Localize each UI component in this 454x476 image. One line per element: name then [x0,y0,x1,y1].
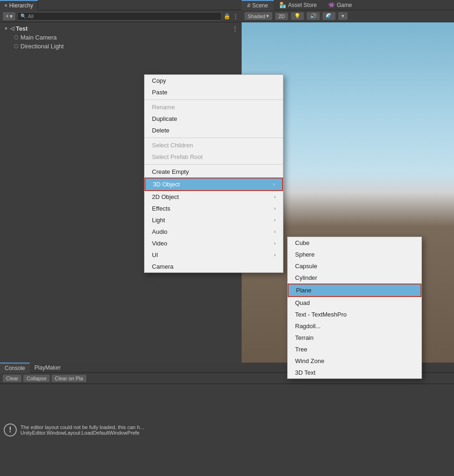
ctx-effects-label: Effects [152,205,171,212]
ctx-video-label: Video [152,240,167,247]
hierarchy-tab[interactable]: ≡ Hierarchy [0,0,38,10]
hierarchy-toolbar: + ▾ 🔍 All 🔒 ⋮ [0,10,242,22]
submenu-cylinder-label: Cylinder [295,274,317,281]
lock-icon[interactable]: 🔒 [224,13,230,20]
search-box[interactable]: 🔍 All [17,12,222,20]
submenu-3d-text[interactable]: 3D Text [288,367,421,378]
clear-button[interactable]: Clear [3,375,21,382]
ctx-ui[interactable]: UI › [145,249,283,261]
submenu-quad-label: Quad [295,299,310,306]
effects-toggle-button[interactable]: 🌊 [322,12,336,20]
shade-mode-dropdown[interactable]: Shaded ▾ [244,12,272,20]
game-icon: 👾 [328,2,335,8]
ctx-2d-object-arrow: › [274,194,276,199]
submenu-terrain[interactable]: Terrain [288,332,421,344]
submenu-plane-label: Plane [296,287,311,294]
2d-button[interactable]: 2D [275,13,288,20]
ctx-video[interactable]: Video › [145,238,283,249]
submenu-cylinder[interactable]: Cylinder [288,272,421,284]
ctx-paste[interactable]: Paste [145,86,283,98]
console-tab[interactable]: Console [0,363,30,373]
ctx-sep-1 [145,99,283,100]
ctx-light[interactable]: Light › [145,214,283,226]
submenu-terrain-label: Terrain [295,334,314,341]
root-options-icon[interactable]: ⋮ [232,25,238,32]
ctx-copy[interactable]: Copy [145,75,283,86]
collapse-button[interactable]: Collapse [23,375,50,382]
ctx-effects[interactable]: Effects › [145,203,283,214]
game-tab[interactable]: 👾 Game [322,0,358,10]
ctx-audio-label: Audio [152,228,167,235]
ctx-create-empty-label: Create Empty [152,168,189,175]
submenu-wind-zone[interactable]: Wind Zone [288,355,421,367]
ctx-2d-object[interactable]: 2D Object › [145,191,283,203]
submenu-sphere-label: Sphere [295,251,315,258]
ctx-sep-2 [145,138,283,138]
submenu-textmeshpro[interactable]: Text - TextMeshPro [288,309,421,320]
submenu-plane[interactable]: Plane [288,284,421,297]
scene-options-arrow[interactable]: ▾ [338,12,348,20]
ctx-ui-arrow: › [274,252,276,258]
ctx-audio-arrow: › [274,229,276,234]
ctx-2d-object-label: 2D Object [152,193,179,200]
submenu-sphere[interactable]: Sphere [288,249,421,260]
light-toggle-button[interactable]: 💡 [291,12,304,20]
ctx-light-label: Light [152,217,165,224]
root-arrow: ▼ [4,26,8,31]
ctx-duplicate-label: Duplicate [152,115,177,122]
submenu-tree[interactable]: Tree [288,344,421,355]
search-placeholder: All [28,13,33,19]
ctx-camera[interactable]: Camera [145,261,283,272]
audio-toggle-button[interactable]: 🔊 [307,12,320,20]
submenu-cube-label: Cube [295,239,309,246]
ctx-duplicate[interactable]: Duplicate [145,113,283,125]
scene-tab-label: Scene [252,2,268,9]
context-menu-3d: Cube Sphere Capsule Cylinder Plane Quad … [287,237,422,379]
scene-tab[interactable]: # Scene [242,0,274,10]
ctx-delete[interactable]: Delete [145,125,283,136]
ctx-rename-label: Rename [152,104,175,111]
hierarchy-tab-label: Hierarchy [9,2,33,9]
bottom-panel: Console PlayMaker Clear Collapse Clear o… [0,363,454,476]
light-label: Directional Light [20,43,64,50]
shade-mode-label: Shaded [248,13,265,19]
ctx-camera-label: Camera [152,263,173,270]
submenu-cube[interactable]: Cube [288,237,421,249]
clear-on-play-button[interactable]: Clear on Pla [52,375,86,382]
hierarchy-tab-icon: ≡ [5,3,7,8]
tree-root-item[interactable]: ▼ ◁ Test ⋮ [0,24,242,33]
add-btn-arrow: ▾ [10,13,13,20]
scene-toolbar: Shaded ▾ 2D 💡 🔊 🌊 ▾ [242,10,454,22]
ctx-create-empty[interactable]: Create Empty [145,166,283,178]
submenu-capsule[interactable]: Capsule [288,260,421,272]
ctx-copy-label: Copy [152,77,166,84]
ctx-select-children-label: Select Children [152,142,193,149]
console-warning-icon: ! [4,423,17,436]
add-btn-label: + [6,13,9,20]
scene-tab-icon: # [247,2,250,9]
hierarchy-tab-bar: ≡ Hierarchy [0,0,242,10]
playmaker-tab[interactable]: PlayMaker [30,363,66,373]
asset-store-tab[interactable]: 🏪 Asset Store [274,0,322,10]
ctx-audio[interactable]: Audio › [145,226,283,238]
tree-child-light[interactable]: ⬡ Directional Light [0,42,242,51]
submenu-ragdoll[interactable]: Ragdoll... [288,320,421,332]
submenu-quad[interactable]: Quad [288,297,421,309]
submenu-ragdoll-label: Ragdoll... [295,323,321,330]
ctx-sep-3 [145,164,283,165]
asset-store-label: Asset Store [288,2,317,8]
camera-icon: ⬡ [14,34,19,40]
panel-options-icon[interactable]: ⋮ [232,13,239,20]
ctx-effects-arrow: › [274,206,276,211]
tree-child-camera[interactable]: ⬡ Main Camera [0,33,242,42]
console-message: The editor layout could not be fully loa… [20,424,144,436]
ctx-select-children: Select Children [145,139,283,151]
ctx-paste-label: Paste [152,89,167,96]
ctx-ui-label: UI [152,251,158,258]
console-content: ! The editor layout could not be fully l… [0,384,454,476]
ctx-3d-object[interactable]: 3D Object › [145,178,283,191]
light-icon: ⬡ [14,43,19,49]
add-button[interactable]: + ▾ [3,12,15,20]
ctx-delete-label: Delete [152,127,170,134]
scene-tab-bar: # Scene 🏪 Asset Store 👾 Game [242,0,454,10]
